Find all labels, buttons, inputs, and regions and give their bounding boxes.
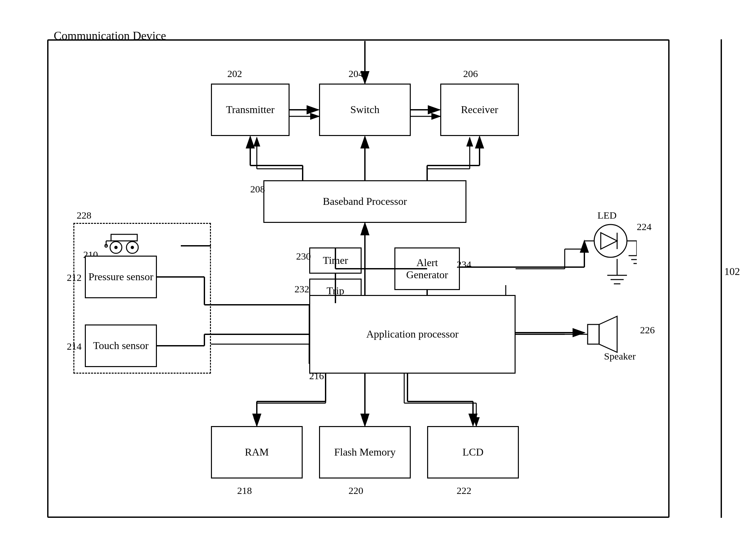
baseband-block: Baseband Processor — [263, 180, 466, 223]
pressure-sensor-block: Pressure sensor — [85, 255, 157, 298]
led-ref: 224 — [637, 221, 652, 232]
outer-label: Communication Device — [54, 29, 166, 43]
receiver-block: Receiver — [440, 84, 519, 136]
transmitter-ref: 202 — [227, 68, 242, 79]
pressure-ref: 212 — [67, 272, 82, 283]
lcd-ref: 222 — [457, 485, 471, 496]
svg-marker-51 — [601, 233, 617, 249]
timer-ref: 230 — [296, 251, 311, 262]
transmitter-block: Transmitter — [211, 84, 290, 136]
right-border — [720, 39, 722, 518]
svg-marker-60 — [599, 316, 617, 352]
svg-rect-42 — [111, 234, 137, 241]
receiver-ref: 206 — [463, 68, 478, 79]
touch-ref: 214 — [67, 341, 82, 352]
outer-ref-label: 102 — [724, 265, 740, 278]
flash-ref: 220 — [349, 485, 363, 496]
svg-point-50 — [594, 224, 627, 257]
led-symbol — [584, 223, 637, 265]
app-processor-block: Application processor — [309, 295, 516, 374]
ram-block: RAM — [211, 426, 303, 479]
svg-point-45 — [114, 246, 118, 249]
trip-ref: 232 — [294, 284, 309, 295]
switch-ref: 204 — [349, 68, 363, 79]
ram-ref: 218 — [237, 485, 252, 496]
alert-block: Alert Generator — [394, 247, 460, 290]
app-processor-ref: 216 — [309, 370, 324, 382]
switch-block: Switch — [319, 84, 411, 136]
speaker-symbol — [584, 315, 630, 354]
touch-sensor-block: Touch sensor — [85, 325, 157, 367]
baseband-ref: 208 — [250, 183, 265, 195]
svg-point-46 — [131, 246, 134, 249]
speaker-ref: 226 — [640, 325, 655, 336]
alert-ref: 234 — [457, 259, 471, 270]
led-label: LED — [597, 210, 616, 221]
flash-memory-block: Flash Memory — [319, 426, 411, 479]
dashed-ref: 228 — [77, 210, 91, 221]
diagram: Communication Device — [34, 20, 722, 528]
timer-block: Timer — [309, 247, 362, 274]
svg-rect-59 — [588, 325, 599, 344]
lcd-block: LCD — [427, 426, 519, 479]
